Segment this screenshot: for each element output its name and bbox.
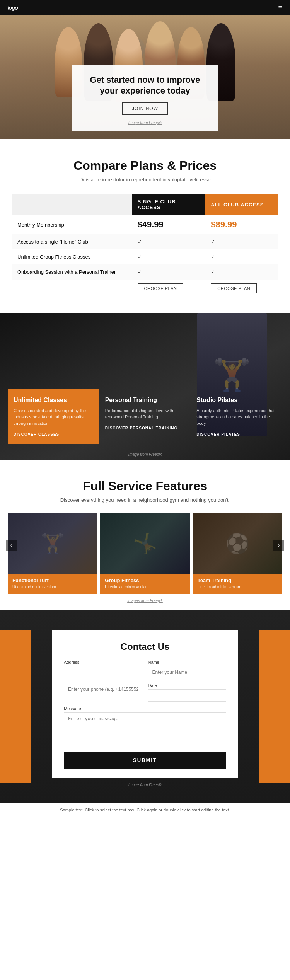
date-input[interactable]: [148, 689, 227, 702]
name-input[interactable]: [148, 666, 227, 678]
fitness-section: 🏋️ Unlimited Classes Classes curated and…: [0, 313, 290, 460]
fitness-card-unlimited: Unlimited Classes Classes curated and de…: [8, 389, 99, 445]
phone-group: [64, 683, 142, 702]
join-now-button[interactable]: JOIN NOW: [122, 102, 168, 115]
choose-all-button[interactable]: CHOOSE PLAN: [211, 283, 257, 293]
fitness-attribution: Image from Freepik: [128, 452, 162, 457]
service-carousel: ‹ 🏋 Functional Turf Ut enim ad minim ven…: [8, 513, 282, 594]
hero-card: Get started now to improve your experien…: [72, 65, 218, 131]
single-check: ✓: [132, 249, 205, 264]
single-check: ✓: [132, 234, 205, 249]
service-subtitle: Discover everything you need in a neighb…: [8, 497, 282, 503]
submit-button[interactable]: SUBMIT: [64, 752, 226, 769]
hero-title: Get started now to improve your experien…: [83, 75, 207, 97]
service-card-turf: 🏋 Functional Turf Ut enim ad minim venia…: [8, 513, 97, 594]
choose-single-button[interactable]: CHOOSE PLAN: [138, 283, 184, 293]
contact-card: Contact Us Address Name Date Message: [52, 630, 238, 778]
feature-label: Unlimited Group Fitness Classes: [12, 249, 132, 264]
form-row-phone-date: Date: [64, 683, 226, 702]
turf-desc: Ut enim ad minim veniam: [8, 585, 97, 594]
service-section: Full Service Features Discover everythin…: [0, 460, 290, 610]
table-row: Monthly Membership $49.99 $89.99: [12, 215, 278, 234]
feature-label: Access to a single "Home" Club: [12, 234, 132, 249]
footer-note: Sample text. Click to select the text bo…: [0, 803, 290, 817]
hamburger-menu-icon[interactable]: ≡: [278, 4, 282, 12]
col-single-header: SINGLE CLUB ACCESS: [132, 194, 205, 215]
feature-label: Onboarding Session with a Personal Train…: [12, 264, 132, 280]
plans-table: SINGLE CLUB ACCESS ALL CLUB ACCESS Month…: [12, 194, 278, 297]
hero-section: Get started now to improve your experien…: [0, 15, 290, 139]
address-group: Address: [64, 660, 142, 678]
team-label: Team Training: [193, 574, 282, 585]
fitness-card-title: Personal Training: [105, 397, 185, 404]
table-row: Onboarding Session with a Personal Train…: [12, 264, 278, 280]
service-cards-container: 🏋 Functional Turf Ut enim ad minim venia…: [8, 513, 282, 594]
plans-subtitle: Duis aute irure dolor in reprehenderit i…: [12, 177, 278, 182]
discover-pilates-link[interactable]: DISCOVER PILATES: [196, 432, 276, 436]
all-check: ✓: [205, 234, 278, 249]
choose-single-cell: CHOOSE PLAN: [132, 280, 205, 297]
all-price: $89.99: [205, 215, 278, 234]
plans-section: Compare Plans & Prices Duis aute irure d…: [0, 139, 290, 313]
feature-empty: [12, 280, 132, 297]
form-row-address-name: Address Name: [64, 660, 226, 678]
date-label: Date: [148, 683, 227, 688]
message-group: Message: [64, 706, 226, 743]
table-row: Unlimited Group Fitness Classes ✓ ✓: [12, 249, 278, 264]
contact-side-left: [0, 630, 31, 783]
turf-label: Functional Turf: [8, 574, 97, 585]
name-label: Name: [148, 660, 227, 665]
fitness-card-title: Unlimited Classes: [14, 397, 94, 404]
carousel-next-button[interactable]: ›: [273, 540, 284, 551]
address-label: Address: [64, 660, 142, 665]
choose-all-cell: CHOOSE PLAN: [205, 280, 278, 297]
fitness-cards-container: Unlimited Classes Classes curated and de…: [0, 373, 290, 452]
fitness-card-text: Classes curated and developed by the ind…: [14, 407, 94, 427]
turf-image: 🏋: [8, 513, 97, 574]
single-price: $49.99: [132, 215, 205, 234]
table-row-cta: CHOOSE PLAN CHOOSE PLAN: [12, 280, 278, 297]
team-image: ⚽: [193, 513, 282, 574]
service-card-team: ⚽ Team Training Ut enim ad minim veniam: [193, 513, 282, 594]
fitness-card-personal: Personal Training Performance at its hig…: [99, 389, 191, 445]
carousel-prev-button[interactable]: ‹: [6, 540, 17, 551]
fitness-image: 🤸: [100, 513, 189, 574]
fitness-desc: Ut enim ad minim veniam: [100, 585, 189, 594]
fitness-label: Group Fitness: [100, 574, 189, 585]
message-label: Message: [64, 706, 226, 711]
contact-title: Contact Us: [64, 641, 226, 652]
name-group: Name: [148, 660, 227, 678]
phone-input[interactable]: [64, 683, 142, 695]
hero-attribution: Image from Freepik: [128, 121, 162, 125]
feature-label: Monthly Membership: [12, 215, 132, 234]
fitness-card-title: Studio Pilates: [196, 397, 276, 404]
fitness-card-pilates: Studio Pilates A purely authentic Pilate…: [191, 389, 282, 445]
col-all-header: ALL CLUB ACCESS: [205, 194, 278, 215]
discover-classes-link[interactable]: DISCOVER CLASSES: [14, 432, 94, 436]
contact-attribution: Image from Freepik: [8, 783, 282, 787]
header: logo ≡: [0, 0, 290, 15]
all-check: ✓: [205, 264, 278, 280]
service-attribution: Images from Freepik: [8, 598, 282, 603]
contact-side-right: [259, 630, 290, 783]
date-group: Date: [148, 683, 227, 702]
discover-training-link[interactable]: DISCOVER PERSONAL TRAINING: [105, 426, 185, 430]
col-feature-header: [12, 194, 132, 215]
address-input[interactable]: [64, 666, 142, 678]
team-desc: Ut enim ad minim veniam: [193, 585, 282, 594]
single-check: ✓: [132, 264, 205, 280]
logo: logo: [8, 5, 18, 11]
message-input[interactable]: [64, 712, 226, 743]
plans-title: Compare Plans & Prices: [12, 159, 278, 173]
contact-section: Contact Us Address Name Date Message: [0, 610, 290, 803]
fitness-card-text: A purely authentic Pilates experience th…: [196, 407, 276, 427]
fitness-card-text: Performance at its highest level with re…: [105, 407, 185, 420]
all-check: ✓: [205, 249, 278, 264]
service-card-fitness: 🤸 Group Fitness Ut enim ad minim veniam: [100, 513, 189, 594]
service-title: Full Service Features: [8, 479, 282, 493]
table-row: Access to a single "Home" Club ✓ ✓: [12, 234, 278, 249]
